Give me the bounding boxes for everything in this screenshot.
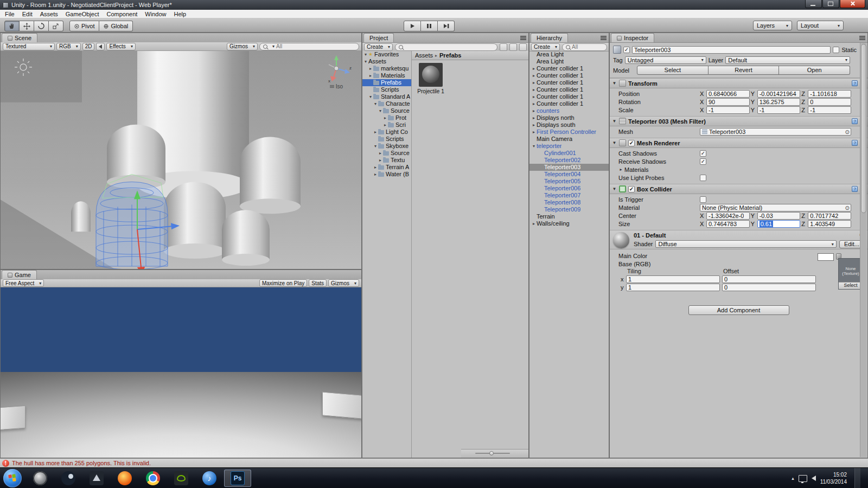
object-picker-icon[interactable]: ⊙ — [845, 129, 850, 136]
hierarchy-foldout-icon[interactable]: ▸ — [531, 65, 537, 72]
hierarchy-item[interactable]: Terrain — [529, 213, 609, 220]
tag-dropdown[interactable]: Untagged — [625, 56, 706, 64]
box-collider-enabled-checkbox[interactable] — [628, 186, 635, 192]
tree-foldout-icon[interactable]: ▸ — [368, 72, 373, 79]
tree-foldout-icon[interactable]: ▾ — [373, 143, 378, 150]
hierarchy-foldout-icon[interactable]: ▸ — [531, 100, 537, 107]
pause-button[interactable] — [421, 21, 438, 31]
project-tree-item[interactable]: ▸Source — [362, 150, 411, 157]
hierarchy-item[interactable]: ▸Counter collider 1 — [529, 65, 609, 72]
hierarchy-foldout-icon[interactable]: ▸ — [531, 220, 537, 227]
shader-dropdown[interactable]: Diffuse — [655, 240, 836, 248]
scene-orientation-gizmo[interactable]: z x Iso — [319, 54, 354, 89]
hierarchy-item[interactable]: Teleporter004 — [529, 171, 609, 178]
active-checkbox[interactable] — [623, 47, 630, 53]
tab-hierarchy[interactable]: Hierarchy — [531, 33, 568, 42]
project-tree-item[interactable]: ▸Scri — [362, 121, 411, 129]
layout-dropdown[interactable]: Layout▾ — [797, 21, 844, 30]
menu-assets[interactable]: Assets — [36, 10, 62, 18]
main-color-swatch[interactable] — [818, 253, 834, 261]
mesh-renderer-component-header[interactable]: ▼ Mesh Renderer ?⚙ — [610, 138, 867, 148]
game-viewport[interactable] — [1, 287, 361, 458]
nvidia-icon[interactable] — [168, 470, 195, 487]
project-tree-item[interactable]: ▾Assets — [362, 58, 411, 65]
menu-gameobject[interactable]: GameObject — [62, 10, 103, 18]
pivot-toggle-button[interactable]: Pivot — [69, 21, 99, 31]
hierarchy-foldout-icon[interactable]: ▾ — [531, 143, 537, 150]
inspector-panel-menu-icon[interactable] — [859, 36, 865, 40]
menu-edit[interactable]: Edit — [18, 10, 36, 18]
hierarchy-item[interactable]: Teleporter007 — [529, 192, 609, 199]
hierarchy-item[interactable]: Teleporter009 — [529, 206, 609, 213]
hierarchy-item[interactable]: ▸Displays north — [529, 114, 609, 121]
model-revert-button[interactable]: Revert — [709, 66, 780, 75]
hand-tool-button[interactable] — [4, 21, 20, 31]
scene-gizmos-dropdown[interactable]: Gizmos▾ — [227, 43, 258, 50]
hierarchy-item[interactable]: Teleporter006 — [529, 185, 609, 192]
tree-foldout-icon[interactable]: ▾ — [368, 93, 373, 100]
hierarchy-item[interactable]: Teleporter003 — [529, 164, 609, 171]
menu-component[interactable]: Component — [103, 10, 141, 18]
project-tree-item[interactable]: Scripts — [362, 86, 411, 93]
stats-button[interactable]: Stats — [309, 279, 327, 287]
foldout-icon[interactable]: ▼ — [612, 119, 617, 124]
project-tree-item[interactable]: ▾Skyboxe — [362, 143, 411, 150]
hierarchy-item[interactable]: Area Light — [529, 51, 609, 58]
project-panel-menu-icon[interactable] — [520, 36, 526, 40]
help-icon[interactable]: ? — [852, 186, 858, 192]
hierarchy-item[interactable]: ▸Counter collider 1 — [529, 86, 609, 93]
show-desktop-button[interactable] — [854, 468, 860, 488]
help-icon[interactable]: ? — [852, 118, 858, 124]
position-y-field[interactable]: -0.001421964 — [757, 90, 801, 98]
hierarchy-item[interactable]: ▸Counter collider 1 — [529, 79, 609, 86]
project-search-input[interactable] — [395, 43, 497, 51]
hierarchy-foldout-icon[interactable]: ▸ — [531, 107, 537, 114]
box-collider-component-header[interactable]: ▼ Box Collider ?⚙ — [610, 184, 867, 194]
hierarchy-item[interactable]: ▸counters — [529, 107, 609, 114]
hierarchy-foldout-icon[interactable]: ▸ — [531, 93, 537, 100]
global-toggle-button[interactable]: Global — [99, 21, 133, 31]
search-by-type-icon[interactable] — [500, 43, 507, 51]
project-tree-item[interactable]: ▾★Favorites — [362, 51, 411, 58]
tab-game[interactable]: Game — [2, 270, 37, 279]
hierarchy-foldout-icon[interactable]: ▸ — [531, 72, 537, 79]
aspect-dropdown[interactable]: Free Aspect▾ — [3, 279, 44, 287]
hierarchy-foldout-icon[interactable]: ▸ — [531, 114, 537, 121]
size-z-field[interactable]: 1.403549 — [808, 220, 851, 228]
thumbnail-size-slider[interactable] — [475, 453, 510, 454]
effects-dropdown[interactable]: Effects▾ — [106, 43, 135, 50]
mesh-filter-component-header[interactable]: ▼ Teleporter 003 (Mesh Filter) ?⚙ — [610, 116, 867, 126]
network-icon[interactable] — [799, 475, 807, 482]
tree-foldout-icon[interactable]: ▸ — [382, 114, 388, 121]
light-probes-checkbox[interactable] — [700, 175, 706, 181]
center-x-field[interactable]: -1.336042e-0 — [706, 212, 750, 220]
scale-y-field[interactable]: -1 — [757, 106, 801, 114]
receive-shadows-checkbox[interactable] — [700, 158, 706, 165]
static-checkbox[interactable] — [833, 47, 839, 53]
tree-foldout-icon[interactable]: ▸ — [373, 171, 378, 178]
tree-foldout-icon[interactable]: ▸ — [378, 150, 383, 157]
offset-x-field[interactable]: 0 — [722, 275, 816, 283]
hierarchy-foldout-icon[interactable]: ▸ — [531, 129, 537, 136]
tab-project[interactable]: Project — [363, 33, 394, 42]
2d-toggle-button[interactable]: 2D — [82, 43, 95, 50]
scrollbar-thumb[interactable] — [861, 44, 866, 213]
chrome-icon[interactable] — [139, 470, 167, 487]
mesh-renderer-enabled-checkbox[interactable] — [628, 140, 635, 146]
tree-foldout-icon[interactable]: ▾ — [373, 100, 378, 107]
start-button[interactable] — [3, 469, 22, 487]
size-x-field[interactable]: 0.7464783 — [706, 220, 750, 228]
scale-z-field[interactable]: -1 — [808, 106, 851, 114]
position-x-field[interactable]: 0.6840066 — [706, 90, 750, 98]
maximize-on-play-button[interactable]: Maximize on Play — [259, 279, 307, 287]
add-component-button[interactable]: Add Component — [688, 305, 789, 315]
tab-scene[interactable]: Scene — [2, 33, 37, 42]
texture-select-button[interactable]: Select — [839, 282, 863, 289]
photoshop-icon[interactable]: Ps — [224, 470, 251, 487]
menu-window[interactable]: Window — [141, 10, 170, 18]
hierarchy-search-input[interactable]: All — [562, 43, 607, 51]
hierarchy-item[interactable]: ▸Walls/ceiling — [529, 220, 609, 227]
hierarchy-foldout-icon[interactable]: ▸ — [531, 86, 537, 93]
foldout-icon[interactable]: ▼ — [612, 140, 617, 145]
project-tree-item[interactable]: ▸Prot — [362, 114, 411, 121]
